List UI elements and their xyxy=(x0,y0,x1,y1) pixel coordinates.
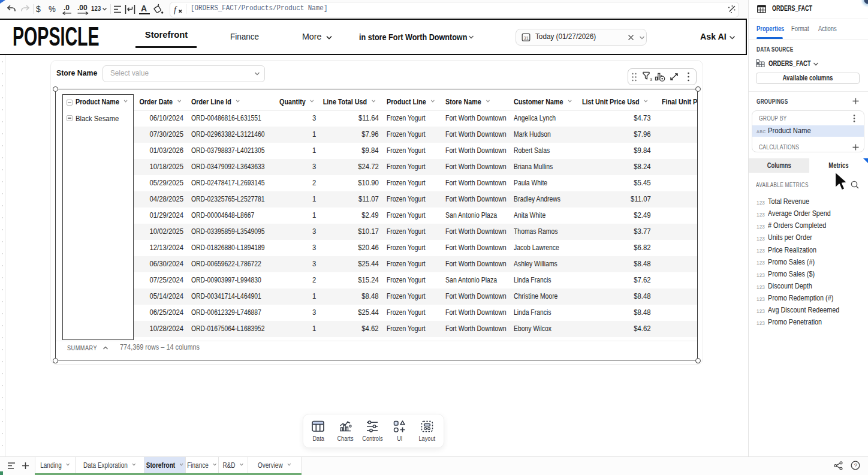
svg-text:31: 31 xyxy=(524,35,529,41)
svg-text:?: ? xyxy=(854,462,857,468)
svg-text:f: f xyxy=(174,5,177,14)
svg-text:3: 3 xyxy=(650,77,653,82)
